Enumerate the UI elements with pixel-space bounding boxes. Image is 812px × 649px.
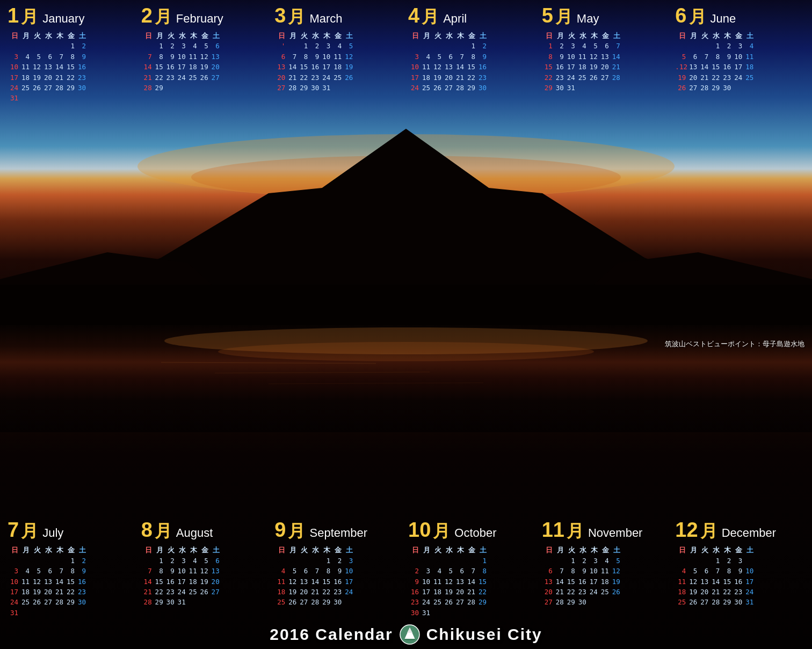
cal-day-cell: 29 — [542, 83, 553, 93]
cal-day-cell: 19 — [610, 577, 620, 587]
footer-year-label: 2016 Calendar — [270, 625, 393, 644]
cal-day-cell: 25 — [431, 597, 441, 607]
cal-day-cell — [342, 83, 353, 93]
month-en: June — [711, 12, 736, 26]
month-en: May — [577, 12, 599, 26]
cal-day-cell: 17 — [408, 72, 419, 83]
cal-day-cell: 28 — [53, 597, 63, 607]
location-text: 筑波山ベストビューポイント：母子島遊水地 — [665, 339, 804, 349]
cal-header-cell: 金 — [64, 31, 75, 41]
cal-day-cell: 17 — [342, 577, 353, 587]
cal-day-cell: 28 — [610, 72, 620, 83]
cal-day-cell: 24 — [408, 83, 419, 93]
month-en: November — [588, 526, 642, 540]
cal-day-cell: 7 — [698, 52, 708, 62]
cal-header-cell: 水 — [442, 31, 453, 41]
cal-day-cell: 14 — [53, 577, 63, 587]
cal-day-cell: 8 — [720, 566, 731, 576]
calendar-top: 1月January日月火水木金土 12345678910111213141516… — [0, 0, 812, 104]
cal-day-cell: 8 — [297, 52, 308, 62]
cal-header-cell: 土 — [610, 545, 620, 555]
month-kanji: 月 — [155, 5, 172, 29]
cal-day-cell — [19, 608, 30, 618]
cal-day-cell: 8 — [320, 566, 330, 576]
cal-day-cell — [75, 93, 86, 103]
cal-day-cell: 18 — [743, 62, 753, 72]
cal-day-cell: 24 — [419, 597, 430, 607]
cal-day-cell — [30, 608, 41, 618]
cal-day-cell — [41, 93, 52, 103]
month-7: 7月July日月火水木金土 12345678910111213141516171… — [5, 519, 139, 618]
cal-day-cell: 26 — [342, 72, 353, 83]
cal-day-cell: 8 — [542, 52, 553, 62]
cal-day-cell: 9 — [731, 566, 742, 576]
cal-day-cell: 19 — [198, 577, 208, 587]
cal-day-cell: 17 — [175, 62, 186, 72]
month-3: 3月March日月火水木金土' 123456789101112131415161… — [272, 4, 406, 104]
cal-day-cell: 12 — [342, 52, 353, 62]
cal-day-cell: 22 — [564, 587, 575, 597]
cal-day-cell: 24 — [175, 72, 186, 83]
cal-day-cell: 23 — [720, 72, 731, 83]
cal-header-cell: 火 — [431, 545, 441, 555]
cal-day-cell: 29 — [720, 597, 731, 607]
cal-day-cell: 4 — [743, 41, 753, 51]
cal-day-cell: 6 — [209, 41, 220, 51]
cal-day-cell: 11 — [19, 577, 30, 587]
cal-day-cell: 27 — [598, 72, 609, 83]
cal-day-cell: 14 — [308, 577, 319, 587]
cal-day-cell: 2 — [553, 41, 564, 51]
month-kanji: 月 — [155, 520, 172, 543]
cal-day-cell: 4 — [419, 52, 430, 62]
cal-day-cell — [408, 41, 419, 51]
cal-day-cell: 19 — [30, 72, 41, 83]
cal-day-cell: 4 — [274, 566, 285, 576]
cal-header-cell: 火 — [297, 31, 308, 41]
cal-day-cell: 22 — [320, 587, 330, 597]
month-number: 6 — [675, 4, 686, 27]
cal-day-cell: 25 — [274, 597, 285, 607]
cal-day-cell: 14 — [698, 62, 708, 72]
cal-header-cell: 金 — [465, 31, 475, 41]
cal-day-cell — [8, 41, 18, 51]
month-5: 5月May日月火水木金土1234567891011121314151617181… — [540, 4, 673, 104]
cal-day-cell: 28 — [141, 83, 152, 93]
cal-day-cell — [274, 556, 285, 566]
cal-day-cell: 26 — [610, 587, 620, 597]
cal-day-cell — [41, 556, 52, 566]
cal-day-cell: 1 — [297, 41, 308, 51]
cal-day-cell: 23 — [75, 72, 86, 83]
cal-day-cell: 26 — [30, 597, 41, 607]
cal-day-cell: 13 — [41, 62, 52, 72]
cal-header-cell: 日 — [141, 545, 152, 555]
month-en: February — [176, 12, 223, 26]
cal-day-cell: 15 — [542, 62, 553, 72]
cal-day-cell: 16 — [731, 577, 742, 587]
mountain-icon — [400, 624, 420, 645]
month-kanji: 月 — [700, 520, 717, 543]
cal-header-cell: 日 — [675, 545, 686, 555]
cal-day-cell — [30, 41, 41, 51]
cal-header-cell: 金 — [731, 31, 742, 41]
cal-day-cell: 6 — [542, 566, 553, 576]
cal-header-cell: 土 — [209, 31, 220, 41]
cal-header-cell: 土 — [743, 31, 753, 41]
cal-day-cell: 16 — [576, 577, 586, 587]
cal-header-cell: 金 — [331, 545, 342, 555]
cal-day-cell — [453, 608, 464, 618]
cal-header-cell: 火 — [30, 31, 41, 41]
cal-day-cell: 29 — [709, 83, 720, 93]
cal-day-cell: 7 — [610, 41, 620, 51]
cal-day-cell — [164, 83, 175, 93]
cal-day-cell: 10 — [8, 62, 18, 72]
cal-day-cell: 4 — [675, 566, 686, 576]
cal-day-cell — [342, 597, 353, 607]
cal-header-cell: 木 — [320, 545, 330, 555]
cal-day-cell: 4 — [331, 41, 342, 51]
cal-day-cell: 1 — [709, 556, 720, 566]
cal-day-cell: 18 — [19, 72, 30, 83]
cal-day-cell: 23 — [408, 597, 419, 607]
cal-day-cell: 17 — [320, 62, 330, 72]
cal-day-cell — [743, 556, 753, 566]
cal-day-cell: 24 — [731, 72, 742, 83]
